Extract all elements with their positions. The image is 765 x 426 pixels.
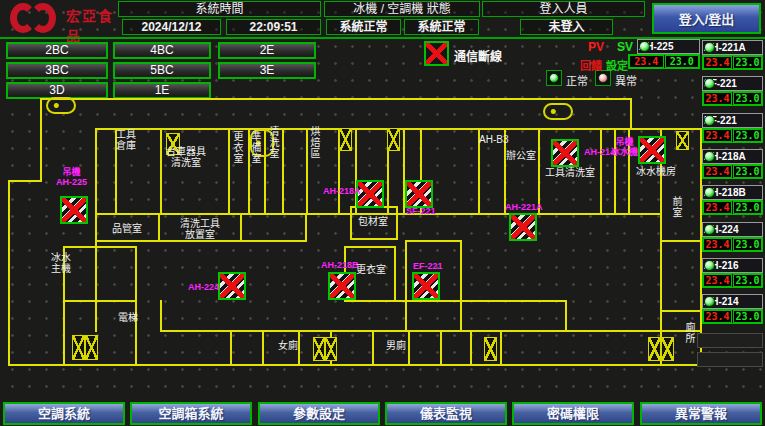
wall	[95, 214, 97, 332]
unit-EF-221[interactable]: EF-221	[702, 113, 763, 128]
wall	[63, 300, 137, 302]
nav-button-ac-system[interactable]: 空調系統	[3, 402, 125, 425]
device-AH-216-comm-fail-icon[interactable]	[638, 136, 666, 164]
nav-button-alarm[interactable]: 異常警報	[640, 402, 762, 425]
room-label: 冰水機房	[636, 166, 676, 177]
stairs-icon	[661, 337, 674, 361]
unit-AH-216[interactable]: AH-216	[702, 258, 763, 273]
pv-value: 23.4	[703, 165, 732, 178]
pink-light-icon	[598, 73, 608, 83]
system-date-value: 2024/12/12	[122, 19, 221, 35]
unit-values: 23.423.0	[702, 237, 763, 252]
sv-value: 23.0	[733, 165, 762, 178]
floor-button-5bc[interactable]: 5BC	[113, 62, 211, 79]
wall	[630, 98, 632, 130]
device-label-EF-221: EF-221	[413, 262, 443, 272]
wall	[396, 206, 398, 240]
floor-button-2e[interactable]: 2E	[218, 42, 316, 59]
machine-status-title: 冰機 / 空調機 狀態	[324, 1, 480, 17]
pv-value: 23.4	[703, 56, 732, 69]
unit-AH-224[interactable]: AH-224	[702, 222, 763, 237]
floor-button-3bc[interactable]: 3BC	[6, 62, 108, 79]
wall	[306, 128, 308, 214]
sv-value: 23.0	[733, 129, 762, 142]
wall	[460, 240, 462, 330]
wall	[470, 332, 472, 364]
logo-icon	[30, 3, 56, 33]
comm-fail-icon	[424, 41, 449, 66]
device-SF-221-comm-fail-icon[interactable]	[405, 180, 433, 208]
unit-AH-218B[interactable]: AH-218B	[702, 185, 763, 200]
device-AH-225-comm-fail-icon[interactable]	[60, 196, 88, 224]
room-label: 辦公室	[506, 150, 536, 161]
wall	[160, 300, 162, 332]
room-label: 前室	[671, 196, 682, 218]
ac-status-value: 系統正常	[404, 19, 479, 35]
status-light-icon	[704, 115, 715, 126]
sv-value: 23.0	[733, 310, 762, 323]
brand-name: 宏亞食品	[66, 5, 118, 45]
stairs-icon	[676, 131, 689, 150]
room-label: AH-B3	[479, 134, 508, 145]
unit-AH-221A[interactable]: AH-221A	[702, 40, 763, 55]
wall	[262, 332, 264, 364]
pv-value: 23.4	[629, 55, 664, 68]
room-label: 台車器具 清洗室	[166, 146, 206, 168]
status-light-icon	[639, 41, 650, 52]
unit-AH-214[interactable]: AH-214	[702, 294, 763, 309]
wall	[565, 300, 567, 332]
wall	[230, 332, 232, 364]
status-light-icon	[704, 187, 715, 198]
system-time-value: 22:09:51	[226, 19, 321, 35]
device-AH-221A-comm-fail-icon[interactable]	[509, 213, 537, 241]
stairs-icon	[648, 337, 661, 361]
device-AH-218B-comm-fail-icon[interactable]	[328, 272, 356, 300]
room-label: 品管室	[112, 223, 142, 234]
sv-value: 23.0	[733, 238, 762, 251]
device-label-AH-218B: AH-218B	[321, 261, 359, 271]
device-AH-224-comm-fail-icon[interactable]	[218, 272, 246, 300]
normal-label: 正常	[566, 72, 588, 88]
sv-header: SV	[617, 40, 633, 54]
room-label: 廁所	[684, 322, 695, 344]
wall	[95, 213, 662, 215]
wall	[158, 214, 160, 242]
wall	[95, 240, 307, 242]
wall	[630, 128, 702, 130]
device-AH-214-comm-fail-icon[interactable]	[551, 139, 579, 167]
stairs-icon	[325, 337, 337, 361]
unit-values: 23.423.0	[702, 164, 763, 179]
empty-slot	[697, 333, 763, 348]
pv-row-label: 回饋	[580, 57, 602, 73]
unit-AH-225[interactable]: AH-225	[637, 39, 700, 54]
device-label-AH-221A: AH-221A	[505, 203, 543, 213]
nav-button-password-auth[interactable]: 密碼權限	[512, 402, 634, 425]
comm-fail-label: 通信斷線	[454, 47, 502, 64]
pv-value: 23.4	[703, 274, 732, 287]
login-logout-button[interactable]: 登入/登出	[652, 3, 761, 34]
wall	[135, 246, 137, 364]
unit-values: 23.423.0	[702, 128, 763, 143]
device-EF-221-comm-fail-icon[interactable]	[412, 272, 440, 300]
room-label: 冰水 主機	[51, 252, 71, 274]
unit-values: 23.423.0	[702, 91, 763, 106]
floor-button-4bc[interactable]: 4BC	[113, 42, 211, 59]
room-label: 工具清洗室	[545, 167, 595, 178]
floor-button-2bc[interactable]: 2BC	[6, 42, 108, 59]
stairs-icon	[85, 335, 98, 360]
login-user-value: 未登入	[520, 19, 613, 35]
unit-SF-221[interactable]: SF-221	[702, 76, 763, 91]
wall	[405, 240, 407, 332]
wall	[8, 180, 42, 182]
sv-value: 23.0	[733, 56, 762, 69]
nav-button-meter-monitor[interactable]: 儀表監視	[385, 402, 507, 425]
floor-button-3e[interactable]: 3E	[218, 62, 316, 79]
wall	[8, 364, 702, 366]
nav-button-param-settings[interactable]: 參數設定	[258, 402, 380, 425]
floor-button-1e[interactable]: 1E	[113, 82, 211, 99]
nav-button-ahu-system[interactable]: 空調箱系統	[130, 402, 252, 425]
unit-values: 23.423.0	[702, 55, 763, 70]
unit-values: 23.423.0	[702, 273, 763, 288]
wall	[405, 240, 462, 242]
unit-AH-218A[interactable]: AH-218A	[702, 149, 763, 164]
